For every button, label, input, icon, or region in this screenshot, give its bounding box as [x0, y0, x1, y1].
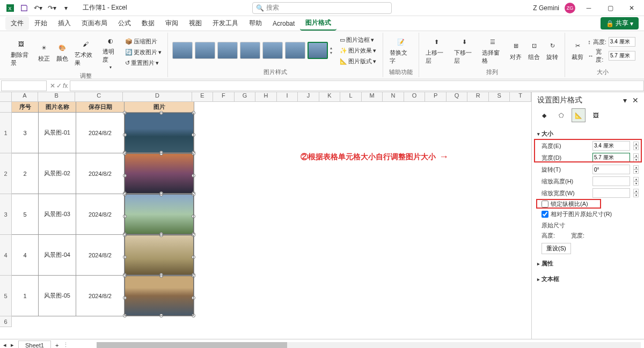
- row-header[interactable]: 6: [0, 316, 12, 327]
- tab-file[interactable]: 文件: [5, 17, 29, 30]
- select-all-corner[interactable]: [0, 92, 12, 101]
- search-box[interactable]: 🔍 搜索: [252, 2, 392, 14]
- col-header[interactable]: H: [255, 92, 277, 101]
- row-header[interactable]: 4: [0, 235, 12, 276]
- row-header[interactable]: 3: [0, 194, 12, 235]
- compress-pictures-button[interactable]: 📦 压缩图片: [123, 36, 164, 47]
- spin-up-icon[interactable]: ▴: [633, 177, 639, 181]
- tab-data[interactable]: 数据: [136, 17, 160, 30]
- spin-up-icon[interactable]: ▴: [633, 153, 639, 158]
- tab-formulas[interactable]: 公式: [113, 17, 136, 30]
- col-header[interactable]: J: [298, 92, 319, 101]
- align-button[interactable]: ⊞对齐: [508, 39, 524, 62]
- spin-down-icon[interactable]: ▾: [633, 169, 639, 174]
- cell[interactable]: 3: [12, 113, 39, 153]
- col-header[interactable]: K: [319, 92, 341, 101]
- redo-icon[interactable]: ↷▾: [46, 2, 58, 14]
- picture-styles-gallery[interactable]: ▴▾: [172, 42, 332, 59]
- spin-down-icon[interactable]: ▾: [633, 181, 639, 186]
- spin-up-icon[interactable]: ▴: [633, 165, 639, 169]
- cell[interactable]: 风景图-03: [39, 194, 76, 235]
- spin-down-icon[interactable]: ▾: [633, 146, 639, 150]
- worksheet-grid[interactable]: A B C D E F G H I J K L M N O P Q R S T …: [0, 92, 531, 339]
- selection-pane-button[interactable]: ☰选择窗格: [480, 35, 506, 66]
- user-name[interactable]: Z Gemini: [533, 4, 559, 12]
- spin-down-icon[interactable]: ▾: [633, 193, 639, 197]
- fill-tab-icon[interactable]: ◆: [537, 108, 551, 122]
- tab-help[interactable]: 帮助: [244, 17, 267, 30]
- change-picture-button[interactable]: 🔄 更改图片 ▾: [123, 47, 164, 57]
- save-icon[interactable]: [18, 2, 30, 14]
- cell[interactable]: 2: [12, 153, 39, 194]
- gallery-more-icon[interactable]: ▴: [330, 46, 332, 50]
- section-textbox[interactable]: 文本框: [537, 273, 639, 285]
- avatar[interactable]: ZG: [565, 3, 575, 13]
- bring-forward-button[interactable]: ⬆上移一层: [423, 35, 449, 66]
- style-thumb[interactable]: [285, 42, 305, 59]
- table-header[interactable]: 保存日期: [76, 102, 125, 113]
- tab-review[interactable]: 审阅: [160, 17, 184, 30]
- col-header[interactable]: Q: [447, 92, 468, 101]
- col-header[interactable]: E: [192, 92, 214, 101]
- effects-tab-icon[interactable]: ⬠: [554, 108, 568, 122]
- col-header[interactable]: G: [235, 92, 256, 101]
- row-header[interactable]: 2: [0, 153, 12, 194]
- sheet-nav-prev-icon[interactable]: ◂: [3, 342, 6, 348]
- style-thumb[interactable]: [217, 42, 238, 59]
- corrections-button[interactable]: ☀校正: [36, 41, 52, 64]
- cell[interactable]: [125, 194, 194, 235]
- col-header[interactable]: D: [123, 92, 192, 101]
- picture-border-button[interactable]: ▭ 图片边框 ▾: [338, 35, 378, 45]
- panel-close-icon[interactable]: ✕: [632, 96, 639, 105]
- lock-aspect-checkbox[interactable]: [541, 201, 548, 208]
- reset-button[interactable]: 重设(S): [541, 243, 571, 254]
- style-thumb[interactable]: [308, 42, 328, 59]
- cell[interactable]: 2024/8/2: [76, 194, 125, 235]
- spin-up-icon[interactable]: ▴: [633, 189, 639, 193]
- cell[interactable]: 1: [12, 276, 39, 316]
- sheet-nav-next-icon[interactable]: ▸: [11, 342, 14, 348]
- col-header[interactable]: O: [404, 92, 426, 101]
- col-header[interactable]: S: [489, 92, 510, 101]
- table-header[interactable]: 图片名称: [39, 102, 76, 113]
- picture-object[interactable]: [125, 195, 193, 234]
- cell[interactable]: 风景图-02: [39, 153, 76, 194]
- qat-dropdown-icon[interactable]: ▾: [60, 2, 72, 14]
- artistic-effects-button[interactable]: 🖌艺术效果: [72, 37, 98, 68]
- cell[interactable]: 2024/8/2: [76, 153, 125, 194]
- style-thumb[interactable]: [195, 42, 215, 59]
- picture-object[interactable]: [125, 154, 193, 193]
- formula-input[interactable]: [70, 80, 644, 91]
- add-sheet-button[interactable]: +: [55, 342, 58, 349]
- undo-icon[interactable]: ↶▾: [32, 2, 44, 14]
- share-button[interactable]: 🔒 共享 ▾: [601, 17, 639, 29]
- rotate-button[interactable]: ↻旋转: [544, 39, 560, 62]
- section-properties[interactable]: 属性: [537, 257, 639, 270]
- cell[interactable]: 风景图-05: [39, 276, 76, 316]
- col-header[interactable]: B: [38, 92, 75, 101]
- picture-object[interactable]: [125, 113, 193, 152]
- table-header[interactable]: 序号: [12, 102, 39, 113]
- cancel-formula-icon[interactable]: ✕: [50, 82, 55, 90]
- gallery-more-icon[interactable]: ▾: [330, 50, 332, 55]
- transparency-button[interactable]: ◐透明度▾: [100, 34, 121, 71]
- panel-dropdown-icon[interactable]: ▾: [623, 96, 627, 105]
- width-input[interactable]: [609, 51, 635, 61]
- alt-text-button[interactable]: 📝替换文字: [387, 35, 414, 66]
- height-input[interactable]: [609, 37, 635, 47]
- relative-original-checkbox[interactable]: [541, 211, 548, 218]
- panel-scale-w-input[interactable]: [592, 188, 630, 198]
- cell[interactable]: 风景图-01: [39, 113, 76, 153]
- row-header[interactable]: 5: [0, 276, 12, 316]
- cell[interactable]: [125, 235, 194, 276]
- cell[interactable]: [125, 153, 194, 194]
- cell[interactable]: 风景图-04: [39, 235, 76, 276]
- color-button[interactable]: 🎨颜色: [54, 41, 70, 64]
- accept-formula-icon[interactable]: ✓: [56, 82, 62, 90]
- tab-view[interactable]: 视图: [184, 17, 207, 30]
- remove-background-button[interactable]: 🖼删除背景: [9, 37, 34, 68]
- reset-picture-button[interactable]: ↺ 重置图片 ▾: [123, 58, 164, 68]
- fx-icon[interactable]: fx: [63, 82, 68, 90]
- picture-object[interactable]: [125, 235, 193, 275]
- cell[interactable]: 2024/8/2: [76, 235, 125, 276]
